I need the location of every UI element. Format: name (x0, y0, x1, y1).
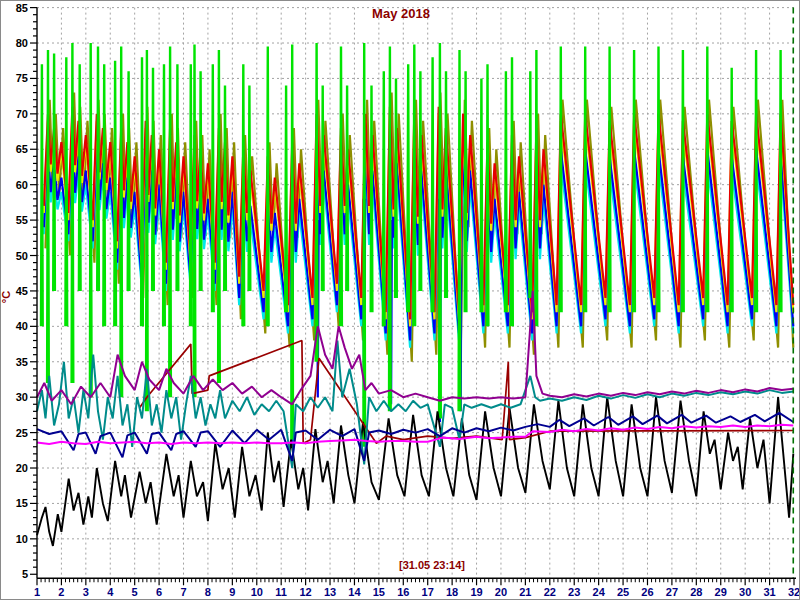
green-temp-spikes (731, 68, 733, 312)
x-tick-label: 21 (519, 586, 531, 598)
green-temp-spikes (432, 57, 434, 312)
green-temp-spikes (120, 47, 122, 398)
x-tick-label: 4 (107, 586, 114, 598)
green-temp-spikes (163, 64, 165, 326)
green-temp-spikes (128, 71, 130, 291)
green-temp-spikes (65, 57, 67, 326)
green-temp-spikes (511, 57, 513, 326)
y-tick-label: 50 (16, 250, 28, 262)
green-temp-spikes (459, 50, 461, 411)
x-tick-label: 30 (739, 586, 751, 598)
green-temp-spikes (465, 71, 467, 312)
x-tick-label: 22 (544, 586, 556, 598)
green-temp-spikes (584, 47, 586, 313)
x-tick-label: 17 (422, 586, 434, 598)
y-tick-label: 5 (22, 568, 28, 580)
x-tick-label: 10 (251, 586, 263, 598)
green-temp-spikes (316, 43, 318, 362)
green-temp-spikes (97, 47, 99, 291)
plot-layers: 5101520253035404550556065707580851234567… (16, 2, 799, 599)
temperature-trend-plot[interactable]: 5101520253035404550556065707580851234567… (1, 1, 799, 599)
y-tick-label: 20 (16, 462, 28, 474)
x-tick-label: 14 (348, 586, 361, 598)
x-tick-label: 2 (58, 586, 64, 598)
green-temp-spikes (682, 50, 684, 312)
green-temp-spikes (322, 86, 324, 291)
y-tick-label: 60 (16, 179, 28, 191)
green-temp-spikes (505, 71, 507, 312)
x-tick-label: 18 (446, 586, 458, 598)
green-temp-spikes (445, 71, 447, 298)
green-temp-spikes (707, 47, 709, 313)
y-tick-label: 70 (16, 108, 28, 120)
green-temp-spikes (103, 64, 105, 326)
green-temp-spikes (218, 50, 220, 383)
green-temp-spikes (194, 44, 196, 397)
y-tick-label: 80 (16, 37, 28, 49)
green-temp-spikes (72, 43, 74, 383)
green-temp-spikes (529, 71, 531, 298)
green-temp-spikes (780, 50, 782, 312)
green-temp-spikes (200, 71, 202, 291)
green-temp-spikes (53, 54, 55, 291)
x-tick-label: 9 (229, 586, 235, 598)
x-tick-label: 31 (763, 586, 775, 598)
green-temp-spikes (243, 64, 245, 326)
chart-title: May 2018 (372, 6, 430, 21)
y-axis-unit-label: °C (1, 291, 12, 303)
y-tick-label: 30 (16, 391, 28, 403)
green-temp-spikes (340, 47, 342, 327)
x-tick-label: 26 (641, 586, 653, 598)
green-temp-spikes (383, 71, 385, 326)
x-tick-label: 23 (568, 586, 580, 598)
y-tick-label: 45 (16, 285, 28, 297)
x-tick-label: 25 (617, 586, 629, 598)
green-temp-spikes (224, 86, 226, 291)
green-temp-spikes (487, 64, 489, 326)
x-tick-label: 1 (34, 586, 40, 598)
green-temp-spikes (420, 71, 422, 291)
green-temp-spikes (79, 64, 81, 291)
x-tick-label: 5 (132, 586, 138, 598)
x-tick-label: 27 (666, 586, 678, 598)
green-temp-spikes (371, 86, 373, 313)
x-tick-label: 16 (397, 586, 409, 598)
green-temp-spikes (285, 86, 287, 313)
x-tick-label: 8 (205, 586, 211, 598)
x-tick-label: 15 (373, 586, 385, 598)
x-tick-label: 11 (275, 586, 287, 598)
green-temp-spikes (152, 68, 154, 291)
y-tick-label: 55 (16, 214, 28, 226)
green-temp-spikes (755, 50, 757, 312)
green-temp-spikes (389, 47, 391, 412)
trend-chart-window: 5101520253035404550556065707580851234567… (0, 0, 800, 600)
green-temp-spikes (609, 47, 611, 313)
green-temp-spikes (90, 43, 92, 397)
x-tick-label: 3 (83, 586, 89, 598)
x-tick-label: 6 (156, 586, 162, 598)
x-tick-label: 29 (715, 586, 727, 598)
green-temp-spikes (560, 47, 562, 313)
x-tick-label: 20 (495, 586, 507, 598)
green-temp-spikes (481, 78, 483, 312)
green-temp-spikes (633, 50, 635, 312)
x-tick-label: 32 (788, 586, 799, 598)
y-tick-label: 75 (16, 72, 28, 84)
x-tick-label: 7 (180, 586, 186, 598)
green-temp-spikes (536, 50, 538, 326)
y-tick-label: 65 (16, 143, 28, 155)
cursor-timestamp-annotation: [31.05 23:14] (399, 559, 465, 571)
y-tick-label: 40 (16, 320, 28, 332)
green-temp-spikes (190, 64, 192, 326)
green-temp-spikes (169, 47, 171, 398)
green-temp-spikes (658, 47, 660, 313)
green-temp-spikes (47, 50, 49, 383)
green-temp-spikes (212, 64, 214, 312)
x-tick-label: 24 (593, 586, 606, 598)
y-tick-label: 15 (16, 497, 28, 509)
x-tick-label: 19 (470, 586, 482, 598)
y-tick-label: 35 (16, 356, 28, 368)
green-temp-spikes (141, 57, 143, 326)
green-temp-spikes (395, 78, 397, 298)
green-temp-spikes (41, 64, 43, 326)
